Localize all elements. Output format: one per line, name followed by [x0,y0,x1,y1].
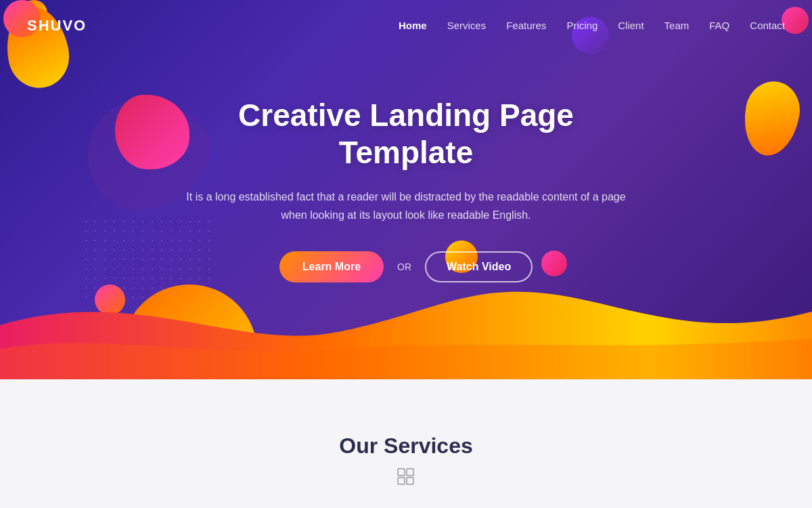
nav-item-client[interactable]: Client [618,20,644,32]
svg-rect-0 [398,469,405,475]
nav-links: Home Services Features Pricing Client Te… [399,20,785,32]
nav-item-pricing[interactable]: Pricing [566,20,597,32]
services-icon-svg [396,467,416,487]
hero-section: SHUVO Home Services Features Pricing Cli… [0,0,812,379]
services-section: Our Services It is a long established fa… [0,379,812,508]
svg-rect-2 [398,478,405,484]
btn-or-label: OR [397,261,411,272]
learn-more-button[interactable]: Learn More [279,251,384,282]
nav-link-client[interactable]: Client [618,20,644,31]
nav-link-home[interactable]: Home [399,20,427,31]
svg-rect-1 [407,469,413,475]
nav-item-services[interactable]: Services [447,20,487,32]
nav-item-features[interactable]: Features [506,20,546,32]
services-description: It is a long established fact that a rea… [250,503,562,508]
nav-link-services[interactable]: Services [447,20,487,31]
services-icon [27,467,785,491]
hero-content: Creative Landing Page Template It is a l… [169,97,643,283]
nav-item-contact[interactable]: Contact [750,20,785,32]
nav-item-team[interactable]: Team [664,20,690,32]
watch-video-button[interactable]: Watch Video [425,251,533,282]
svg-rect-3 [407,478,413,484]
hero-buttons: Learn More OR Watch Video [183,251,629,282]
nav-link-faq[interactable]: FAQ [709,20,729,31]
nav-item-home[interactable]: Home [399,20,427,32]
deco-blob-right-teardrop [738,77,805,160]
nav-item-faq[interactable]: FAQ [709,20,729,32]
hero-subtitle: It is a long established fact that a rea… [183,188,629,224]
navbar: SHUVO Home Services Features Pricing Cli… [0,0,812,51]
services-title: Our Services [27,433,785,459]
hero-title: Creative Landing Page Template [183,97,629,171]
nav-link-features[interactable]: Features [506,20,546,31]
nav-link-pricing[interactable]: Pricing [566,20,597,31]
watch-video-wrapper: Watch Video [425,251,533,282]
nav-link-contact[interactable]: Contact [750,20,785,31]
brand-logo: SHUVO [27,17,87,35]
nav-link-team[interactable]: Team [664,20,690,31]
